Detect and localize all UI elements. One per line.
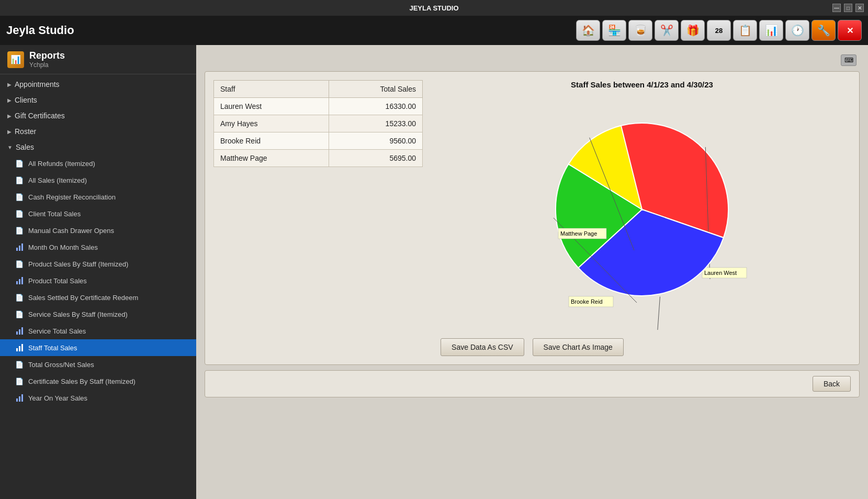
sidebar-item-total-gross[interactable]: 📄 Total Gross/Net Sales: [0, 356, 196, 373]
nav-item-label: Client Total Sales: [28, 210, 81, 218]
sidebar-category-label: Gift Certificates: [15, 112, 65, 120]
sidebar-nav[interactable]: ▶ Appointments ▶ Clients ▶ Gift Certific…: [0, 74, 196, 499]
pie-label-group: Matthew Page: [558, 228, 606, 239]
sidebar-item-product-sales-staff[interactable]: 📄 Product Sales By Staff (Itemized): [0, 256, 196, 272]
stats-icon[interactable]: 📊: [759, 20, 783, 41]
pie-label-text: Lauren West: [704, 270, 737, 276]
nav-item-label: Total Gross/Net Sales: [28, 361, 94, 369]
report-card: Staff Total Sales Lauren West16330.00Amy…: [205, 71, 860, 365]
app-header: Jeyla Studio 🏠 🏪 🥃 ✂️ 🎁 28 📋 📊 🕐 🔧 ✕: [0, 16, 868, 45]
scissors-icon[interactable]: ✂️: [655, 20, 679, 41]
staff-name: Lauren West: [214, 98, 329, 115]
chart-icon: [15, 393, 24, 403]
action-buttons: Save Data As CSV Save Chart As Image: [213, 338, 851, 356]
keyboard-icon[interactable]: ⌨: [841, 54, 856, 66]
sidebar-item-service-sales-staff[interactable]: 📄 Service Sales By Staff (Itemized): [0, 306, 196, 323]
content-area: ⌨ Staff Total Sales Lauren West163: [196, 45, 868, 499]
sidebar-category-clients[interactable]: ▶ Clients: [0, 92, 196, 108]
sidebar: 📊 Reports Ychpla ▶ Appointments ▶ Client…: [0, 45, 196, 499]
gifts-icon[interactable]: 🎁: [681, 20, 705, 41]
keyboard-icon-bar: ⌨: [205, 53, 860, 66]
main-layout: 📊 Reports Ychpla ▶ Appointments ▶ Client…: [0, 45, 868, 499]
sidebar-item-all-sales[interactable]: 📄 All Sales (Itemized): [0, 172, 196, 188]
table-row: Brooke Reid9560.00: [214, 132, 423, 150]
home-icon[interactable]: 🏠: [576, 20, 600, 41]
sidebar-subtitle: Ychpla: [29, 61, 65, 69]
nav-item-label: Sales Settled By Certificate Redeem: [28, 294, 138, 302]
nav-item-label: Product Total Sales: [28, 277, 87, 285]
pos-icon[interactable]: 🏪: [602, 20, 626, 41]
sidebar-category-label: Roster: [15, 127, 36, 136]
sidebar-category-label: Sales: [16, 143, 34, 151]
sidebar-item-client-total[interactable]: 📄 Client Total Sales: [0, 205, 196, 222]
arrow-icon: ▶: [7, 129, 12, 135]
table-row: Matthew Page5695.00: [214, 150, 423, 167]
doc-icon: 📄: [15, 376, 24, 386]
close-app-icon[interactable]: ✕: [838, 20, 862, 41]
table-row: Amy Hayes15233.00: [214, 115, 423, 132]
calendar-icon[interactable]: 28: [707, 20, 731, 41]
nav-item-label: All Sales (Itemized): [28, 176, 87, 184]
sidebar-item-sales-settled[interactable]: 📄 Sales Settled By Certificate Redeem: [0, 289, 196, 306]
sidebar-category-appointments[interactable]: ▶ Appointments: [0, 76, 196, 92]
nav-item-label: Service Sales By Staff (Itemized): [28, 311, 128, 318]
back-button[interactable]: Back: [813, 376, 851, 392]
clock-icon[interactable]: 🕐: [785, 20, 809, 41]
table-row: Lauren West16330.00: [214, 98, 423, 115]
sidebar-category-gift-certificates[interactable]: ▶ Gift Certificates: [0, 108, 196, 124]
sidebar-item-manual-cash[interactable]: 📄 Manual Cash Drawer Opens: [0, 222, 196, 239]
chart-wrapper: Staff Sales between 4/1/23 and 4/30/23 L…: [433, 80, 851, 330]
save-csv-button[interactable]: Save Data As CSV: [441, 338, 524, 356]
sidebar-item-service-total[interactable]: Service Total Sales: [0, 323, 196, 339]
pie-label-line: [652, 296, 660, 330]
sidebar-category-label: Appointments: [15, 80, 60, 88]
sidebar-item-month-on-month[interactable]: Month On Month Sales: [0, 239, 196, 256]
chart-icon: [15, 326, 24, 336]
title-bar: JEYLA STUDIO — □ ✕: [0, 0, 868, 16]
nav-item-label: All Refunds (Itemized): [28, 160, 95, 168]
doc-icon: 📄: [15, 192, 24, 202]
doc-icon: 📄: [15, 360, 24, 369]
minimize-button[interactable]: —: [832, 4, 841, 12]
close-window-button[interactable]: ✕: [855, 4, 864, 12]
sidebar-category-roster[interactable]: ▶ Roster: [0, 124, 196, 139]
sidebar-header-icon: 📊: [7, 51, 24, 68]
nav-item-label: Cash Register Reconciliation: [28, 193, 116, 201]
sidebar-item-staff-total[interactable]: Staff Total Sales: [0, 339, 196, 356]
sidebar-category-label: Clients: [15, 96, 37, 104]
bottom-bar: Back: [205, 370, 860, 397]
col-sales-header: Total Sales: [329, 81, 422, 98]
staff-name: Brooke Reid: [214, 132, 329, 150]
save-image-button[interactable]: Save Chart As Image: [533, 338, 624, 356]
sidebar-item-year-on-year[interactable]: Year On Year Sales: [0, 390, 196, 406]
maximize-button[interactable]: □: [844, 4, 852, 12]
sidebar-item-certificate-sales[interactable]: 📄 Certificate Sales By Staff (Itemized): [0, 373, 196, 390]
doc-icon: 📄: [15, 175, 24, 185]
nav-item-label: Staff Total Sales: [28, 344, 77, 352]
sales-value: 15233.00: [329, 115, 422, 132]
products-icon[interactable]: 🥃: [628, 20, 652, 41]
settings-icon[interactable]: 🔧: [811, 20, 836, 41]
chart-icon: [15, 343, 24, 352]
window-controls: — □ ✕: [832, 4, 864, 12]
sidebar-item-product-total[interactable]: Product Total Sales: [0, 272, 196, 289]
sales-value: 9560.00: [329, 132, 422, 150]
sidebar-item-all-refunds[interactable]: 📄 All Refunds (Itemized): [0, 155, 196, 172]
nav-item-label: Year On Year Sales: [28, 394, 87, 402]
chart-icon: [15, 242, 24, 252]
chart-title: Staff Sales between 4/1/23 and 4/30/23: [571, 80, 713, 89]
arrow-icon: ▶: [7, 113, 12, 119]
pie-label-text: Matthew Page: [560, 230, 597, 237]
report-table: Staff Total Sales Lauren West16330.00Amy…: [213, 80, 423, 167]
reports-icon[interactable]: 📋: [733, 20, 757, 41]
app-title: Jeyla Studio: [6, 24, 74, 37]
staff-name: Amy Hayes: [214, 115, 329, 132]
doc-icon: 📄: [15, 309, 24, 319]
sidebar-category-sales[interactable]: ▼ Sales: [0, 139, 196, 155]
arrow-icon: ▶: [7, 97, 12, 103]
doc-icon: 📄: [15, 259, 24, 269]
doc-icon: 📄: [15, 209, 24, 218]
col-staff-header: Staff: [214, 81, 329, 98]
pie-chart-svg: Lauren WestAmy HayesBrooke ReidMatthew P…: [516, 94, 768, 330]
sidebar-item-cash-register[interactable]: 📄 Cash Register Reconciliation: [0, 188, 196, 205]
